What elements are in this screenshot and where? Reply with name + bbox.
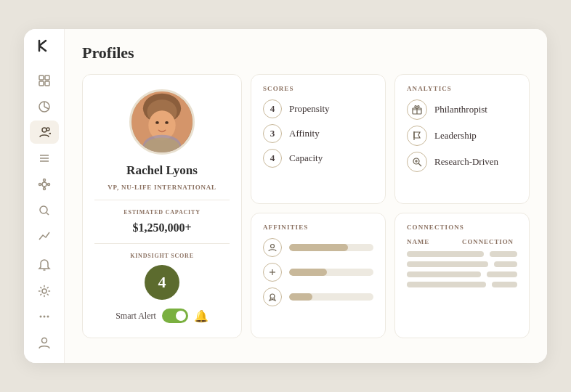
smart-alert-row: Smart Alert 🔔 — [116, 309, 208, 323]
conn-name-bar-3 — [407, 271, 481, 277]
svg-line-42 — [418, 163, 421, 166]
conn-conn-bar-1 — [490, 251, 517, 257]
conn-conn-bar-4 — [492, 282, 517, 287]
profile-grid: Rachel Lyons VP, NU-LIFE INTERNATIONAL E… — [82, 74, 530, 338]
svg-point-8 — [46, 128, 49, 131]
analytic-philanthropist: Philanthropist — [407, 99, 517, 120]
affinity-bar-container-2 — [289, 269, 373, 276]
analytics-card: ANALYTICS Philanthropist — [394, 74, 530, 204]
propensity-score-badge: 4 — [263, 99, 282, 118]
sidebar-item-user[interactable] — [30, 331, 59, 354]
svg-point-16 — [47, 183, 49, 185]
svg-point-35 — [155, 121, 159, 124]
affinity-bar-2 — [289, 269, 327, 276]
profile-card: Rachel Lyons VP, NU-LIFE INTERNATIONAL E… — [82, 74, 242, 338]
affinity-label: Affinity — [289, 128, 320, 139]
research-label: Research-Driven — [434, 156, 498, 168]
flag-icon — [407, 126, 427, 146]
sidebar-item-more[interactable] — [30, 306, 59, 329]
analytic-leadership: Leadership — [407, 126, 517, 146]
svg-point-45 — [271, 245, 275, 248]
person-name: Rachel Lyons — [126, 163, 198, 178]
avatar — [129, 89, 195, 155]
svg-point-25 — [39, 316, 41, 318]
affinity-bar-container-1 — [289, 244, 373, 251]
conn-row-2 — [407, 261, 517, 267]
divider2 — [94, 243, 230, 244]
svg-rect-3 — [45, 81, 49, 86]
scores-card: SCORES 4 Propensity 3 Affinity 4 Capacit… — [251, 74, 386, 204]
ribbon-affinity-icon — [263, 287, 282, 306]
connections-card: CONNECTIONS Name Connection — [394, 213, 530, 338]
score-row-propensity: 4 Propensity — [263, 99, 373, 118]
score-row-capacity: 4 Capacity — [263, 149, 373, 168]
conn-row-3 — [407, 271, 517, 277]
affinities-section-title: AFFINITIES — [263, 224, 373, 231]
sidebar-item-network[interactable] — [30, 173, 59, 196]
svg-point-26 — [43, 316, 45, 318]
conn-conn-bar-2 — [494, 261, 517, 267]
sidebar-item-search[interactable] — [30, 199, 59, 222]
capacity-label: ESTIMATED CAPACITY — [123, 209, 200, 216]
capacity-value: $1,250,000+ — [132, 221, 191, 234]
main-content: Profiles — [65, 29, 547, 363]
smart-alert-toggle[interactable] — [162, 309, 188, 323]
svg-point-15 — [39, 183, 41, 185]
affinity-score-badge: 3 — [263, 124, 282, 143]
connections-section-title: CONNECTIONS — [407, 224, 517, 231]
research-icon — [407, 152, 427, 172]
svg-point-28 — [41, 338, 46, 343]
svg-point-24 — [42, 289, 46, 293]
svg-line-22 — [46, 213, 49, 215]
analytics-section-title: ANALYTICS — [407, 85, 517, 92]
connections-header: Name Connection — [407, 238, 517, 245]
page-title: Profiles — [82, 44, 530, 62]
affinities-card: AFFINITIES — [251, 213, 386, 338]
affinity-row-1 — [263, 238, 373, 257]
affinity-bar-3 — [289, 293, 312, 301]
conn-col-connection: Connection — [462, 238, 517, 245]
kindsight-label: KINDSIGHT SCORE — [130, 253, 194, 259]
conn-name-bar-2 — [407, 261, 488, 267]
sidebar-item-segments[interactable] — [30, 95, 59, 118]
capacity-label: Capacity — [289, 152, 323, 164]
svg-line-6 — [44, 107, 49, 109]
svg-point-7 — [42, 128, 46, 132]
analytic-research: Research-Driven — [407, 152, 517, 172]
affinity-bar-container-3 — [289, 293, 373, 301]
person-title: VP, NU-LIFE INTERNATIONAL — [108, 184, 216, 191]
affinity-row-2 — [263, 263, 373, 282]
app-container: Profiles — [24, 29, 547, 363]
propensity-label: Propensity — [289, 103, 330, 115]
sidebar-item-settings[interactable] — [30, 279, 59, 303]
divider — [94, 200, 230, 200]
kindsight-score: 4 — [145, 265, 179, 300]
sidebar-item-profiles[interactable] — [30, 121, 59, 144]
svg-point-14 — [43, 187, 45, 189]
svg-point-36 — [165, 121, 169, 124]
sidebar — [24, 29, 65, 363]
app-logo[interactable] — [36, 38, 52, 57]
sidebar-item-dashboard[interactable] — [30, 69, 59, 92]
affinity-row-3 — [263, 287, 373, 306]
conn-name-bar-1 — [407, 251, 484, 257]
scores-section-title: SCORES — [263, 85, 373, 92]
conn-row-4 — [407, 282, 517, 287]
capacity-score-badge: 4 — [263, 149, 282, 168]
leadership-label: Leadership — [434, 130, 477, 142]
bell-icon[interactable]: 🔔 — [194, 309, 208, 323]
affinity-bar-1 — [289, 244, 348, 251]
svg-rect-0 — [39, 75, 44, 80]
sidebar-item-list[interactable] — [30, 147, 59, 170]
conn-name-bar-4 — [407, 282, 486, 287]
sidebar-item-analytics[interactable] — [30, 224, 59, 248]
smart-alert-label: Smart Alert — [116, 311, 156, 322]
svg-point-21 — [40, 206, 47, 213]
svg-point-48 — [270, 294, 275, 298]
svg-rect-2 — [39, 81, 44, 86]
sidebar-item-alerts[interactable] — [30, 253, 59, 277]
svg-point-12 — [42, 182, 46, 187]
philanthropist-label: Philanthropist — [434, 104, 487, 115]
conn-row-1 — [407, 251, 517, 257]
conn-conn-bar-3 — [487, 271, 517, 277]
